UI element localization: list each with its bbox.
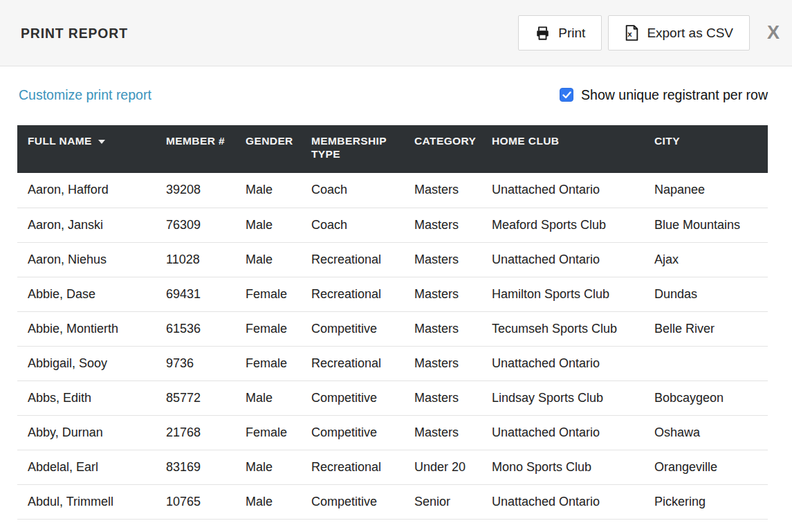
export-csv-button-label: Export as CSV [647,26,733,41]
cell-membership-type: Competitive [311,415,414,450]
cell-member-number: 11028 [166,242,246,277]
cell-full-name: Abbs, Edith [17,380,166,415]
cell-city: Pickering [654,484,768,519]
table-row: Aaron, Niehus 11028 Male Recreational Ma… [17,242,768,277]
cell-gender: Female [246,415,311,450]
cell-member-number: 39208 [166,173,246,208]
column-header-member-number[interactable]: MEMBER # [166,125,246,173]
cell-member-number: 10765 [166,484,246,519]
table-row: Aaron, Hafford 39208 Male Coach Masters … [17,173,768,208]
cell-gender: Female [246,346,311,380]
cell-member-number: 83169 [166,450,246,484]
cell-home-club: Lindsay Sports Club [492,380,654,415]
cell-membership-type: Recreational [311,277,414,311]
cell-full-name: Abdul, Trimmell [17,484,166,519]
unique-registrant-checkbox-label: Show unique registrant per row [581,87,768,103]
cell-full-name: Abbigail, Sooy [17,346,166,380]
cell-category: Masters [414,242,492,277]
column-header-full-name[interactable]: FULL NAME [17,125,166,173]
export-csv-button[interactable]: x Export as CSV [608,15,750,51]
customize-print-report-link[interactable]: Customize print report [19,87,151,103]
table-row: Abdul, Trimmell 10765 Male Competitive S… [17,484,768,519]
csv-file-icon: x [625,24,639,42]
cell-full-name: Abbie, Dase [17,277,166,311]
cell-home-club: Unattached Ontario [492,415,654,450]
cell-city: Ajax [654,242,768,277]
cell-full-name: Abbie, Montierth [17,311,166,346]
cell-home-club: Unattached Ontario [492,173,654,208]
table-header-row: FULL NAME MEMBER # GENDER MEMBERSHIP TYP… [17,125,768,173]
cell-membership-type: Coach [311,173,414,208]
cell-city: Bobcaygeon [654,380,768,415]
cell-category: Masters [414,208,492,242]
cell-category: Senior [414,484,492,519]
cell-gender: Male [246,242,311,277]
cell-home-club: Unattached Ontario [492,346,654,380]
cell-membership-type: Coach [311,208,414,242]
column-header-city[interactable]: CITY [654,125,768,173]
cell-member-number: 76309 [166,208,246,242]
close-icon[interactable]: X [764,24,782,42]
column-header-membership-type[interactable]: MEMBERSHIP TYPE [311,125,414,173]
column-header-gender[interactable]: GENDER [246,125,311,173]
table-row: Abby, Durnan 21768 Female Competitive Ma… [17,415,768,450]
cell-membership-type: Recreational [311,450,414,484]
table-row: Aaron, Janski 76309 Male Coach Masters M… [17,208,768,242]
cell-city: Oshawa [654,415,768,450]
cell-city: Blue Mountains [654,208,768,242]
checkmark-icon [562,91,571,99]
table-row: Abbigail, Sooy 9736 Female Recreational … [17,346,768,380]
cell-membership-type: Competitive [311,311,414,346]
cell-member-number: 85772 [166,380,246,415]
cell-full-name: Abby, Durnan [17,415,166,450]
print-button[interactable]: Print [518,15,602,51]
table-row: Abbs, Edith 85772 Male Competitive Maste… [17,380,768,415]
cell-city: Orangeville [654,450,768,484]
cell-member-number: 9736 [166,346,246,380]
cell-membership-type: Competitive [311,380,414,415]
cell-category: Under 20 [414,450,492,484]
sort-caret-down-icon [98,140,105,144]
cell-category: Masters [414,277,492,311]
cell-category: Masters [414,380,492,415]
cell-home-club: Unattached Ontario [492,242,654,277]
cell-home-club: Tecumseh Sports Club [492,311,654,346]
cell-gender: Male [246,484,311,519]
unique-registrant-checkbox-group[interactable]: Show unique registrant per row [560,87,768,103]
report-table: FULL NAME MEMBER # GENDER MEMBERSHIP TYP… [17,125,768,520]
cell-member-number: 69431 [166,277,246,311]
table-header: FULL NAME MEMBER # GENDER MEMBERSHIP TYP… [17,125,768,173]
column-header-home-club[interactable]: HOME CLUB [492,125,654,173]
svg-text:x: x [628,30,633,38]
cell-gender: Male [246,173,311,208]
cell-city [654,346,768,380]
cell-gender: Male [246,208,311,242]
cell-home-club: Unattached Ontario [492,484,654,519]
controls-row: Customize print report Show unique regis… [19,84,768,105]
cell-full-name: Aaron, Janski [17,208,166,242]
cell-home-club: Meaford Sports Club [492,208,654,242]
table-row: Abdelal, Earl 83169 Male Recreational Un… [17,450,768,484]
cell-full-name: Aaron, Hafford [17,173,166,208]
cell-city: Dundas [654,277,768,311]
report-table-container: FULL NAME MEMBER # GENDER MEMBERSHIP TYP… [17,125,792,520]
header-actions: Print x Export as CSV X [518,15,782,51]
cell-city: Belle River [654,311,768,346]
unique-registrant-checkbox[interactable] [560,88,573,102]
cell-gender: Female [246,311,311,346]
table-row: Abbie, Montierth 61536 Female Competitiv… [17,311,768,346]
print-button-label: Print [558,26,585,41]
cell-gender: Male [246,380,311,415]
cell-category: Masters [414,173,492,208]
table-row: Abbie, Dase 69431 Female Recreational Ma… [17,277,768,311]
cell-category: Masters [414,415,492,450]
cell-city: Napanee [654,173,768,208]
cell-full-name: Abdelal, Earl [17,450,166,484]
cell-gender: Male [246,450,311,484]
cell-member-number: 21768 [166,415,246,450]
cell-membership-type: Recreational [311,242,414,277]
modal-header: PRINT REPORT Print x Export as CSV [0,0,792,66]
cell-gender: Female [246,277,311,311]
column-header-category[interactable]: CATEGORY [414,125,492,173]
cell-home-club: Hamilton Sports Club [492,277,654,311]
